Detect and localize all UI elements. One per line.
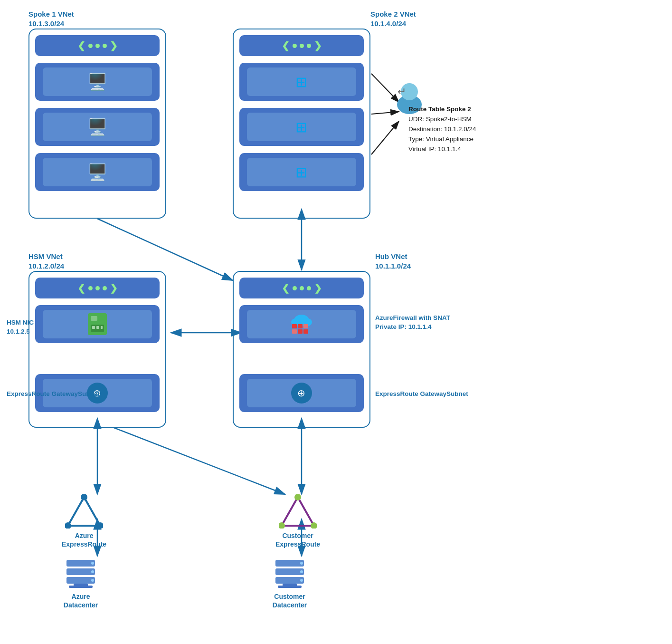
svg-point-52 [300,570,303,573]
spoke1-vm1: 🖥️ [35,63,160,101]
dot3 [103,44,107,48]
svg-rect-55 [278,586,302,588]
linux-icon-1: 🖥️ [87,72,107,91]
dot-hub-3 [307,286,311,290]
spoke2-vm3: ⊞ [239,153,364,191]
azure-er-icon [65,494,103,529]
spoke2-dots: ❮ ❯ [282,40,322,51]
svg-rect-48 [275,560,304,567]
hub-vnet-label: Hub VNet 10.1.1.0/24 [375,252,411,270]
spoke2-vm1: ⊞ [239,63,364,101]
svg-point-44 [91,570,94,573]
svg-rect-22 [101,326,103,329]
hub-header: ❮ ❯ [239,278,364,298]
svg-point-45 [91,579,94,582]
svg-marker-32 [68,497,100,526]
chevron-right-hsm: ❯ [110,282,118,294]
chevron-right-hub: ❯ [314,282,322,294]
spoke1-vm3-inner: 🖥️ [43,158,152,186]
linux-icon-3: 🖥️ [87,163,107,182]
dot-s2-1 [293,44,297,48]
windows-icon-3: ⊞ [295,164,307,181]
spoke2-header: ❮ ❯ [239,35,364,56]
windows-icon-2: ⊞ [295,119,307,135]
dot-hub-1 [293,286,297,290]
route-table-note: Route Table Spoke 2 UDR: Spoke2-to-HSM D… [408,105,476,154]
spoke1-vm2-inner: 🖥️ [43,113,152,141]
chevron-left-2: ❮ [282,40,290,51]
spoke2-vnet: ❮ ❯ ⊞ ⊞ ⊞ [233,29,370,219]
chevron-left-hub: ❮ [282,282,290,294]
svg-rect-42 [66,577,95,584]
azure-expressroute: AzureExpressRoute [62,494,106,548]
dot2 [95,44,100,48]
svg-rect-26 [292,324,297,328]
svg-rect-20 [92,326,95,329]
firewall-card [239,305,364,343]
spoke1-dots: ❮ ❯ [77,40,118,51]
svg-rect-30 [298,329,303,334]
svg-marker-36 [282,497,314,526]
hsm-nic-label: HSM NIC 10.1.2.5 [7,318,34,336]
customer-er-icon [279,494,317,529]
dot-hub-2 [300,286,304,290]
svg-rect-28 [303,324,308,328]
dot-hsm-2 [95,286,100,290]
azure-er-label: AzureExpressRoute [62,531,106,548]
hsm-device-card [35,305,160,343]
hsm-device-icon [86,312,109,336]
spoke2-label: Spoke 2 VNet 10.1.4.0/24 [370,10,416,28]
svg-line-10 [114,428,285,494]
spoke2-vm1-inner: ⊞ [247,67,357,96]
hsm-header: ❮ ❯ [35,278,160,298]
hsm-device-inner [43,310,152,338]
svg-line-13 [371,121,399,154]
hub-gateway-arrows-icon: ⊕ [297,387,305,399]
svg-point-53 [300,579,303,582]
svg-text:↵: ↵ [398,86,406,97]
svg-rect-29 [292,329,297,334]
svg-rect-21 [96,326,99,329]
svg-rect-41 [66,568,95,575]
svg-rect-31 [303,329,308,334]
firewall-inner [247,310,357,338]
firewall-icon [288,312,315,336]
architecture-diagram: ❮ ❯ 🖥️ 🖥️ 🖥️ Spoke 1 VNet [0,0,672,644]
chevron-right-2: ❯ [314,40,322,51]
firewall-label: AzureFirewall with SNAT Private IP: 10.1… [375,314,450,332]
linux-icon-2: 🖥️ [87,117,107,136]
spoke1-vnet: ❮ ❯ 🖥️ 🖥️ 🖥️ [28,29,166,219]
spoke1-vm3: 🖥️ [35,153,160,191]
dot1 [88,44,93,48]
customer-expressroute: CustomerExpressRoute [275,494,320,548]
hub-gateway-card: ⊕ [239,374,364,412]
hub-gateway-inner: ⊕ [247,379,357,407]
hsm-vnet-label: HSM VNet 10.1.2.0/24 [28,252,64,270]
svg-rect-18 [91,316,97,321]
hub-gateway-label: ExpressRoute GatewaySubnet [375,390,468,399]
svg-rect-47 [69,586,93,588]
svg-rect-40 [66,560,95,567]
spoke1-header: ❮ ❯ [35,35,160,56]
spoke1-label: Spoke 1 VNet 10.1.3.0/24 [28,10,74,28]
dot-s2-3 [307,44,311,48]
hsm-vnet: ❮ ❯ [28,271,166,428]
customer-dc-label: CustomerDatacenter [273,592,307,609]
svg-rect-27 [298,324,303,328]
chevron-left: ❮ [77,40,85,51]
hub-dots: ❮ ❯ [282,282,322,294]
dot-hsm-3 [103,286,107,290]
windows-icon-1: ⊞ [295,74,307,90]
azure-dc-icon [62,556,100,589]
spoke1-vm1-inner: 🖥️ [43,67,152,96]
hsm-dots: ❮ ❯ [77,282,118,294]
azure-datacenter: AzureDatacenter [62,556,100,609]
dot-hsm-1 [88,286,93,290]
chevron-right: ❯ [110,40,118,51]
customer-datacenter: CustomerDatacenter [271,556,309,609]
spoke2-vm3-inner: ⊞ [247,158,357,186]
svg-rect-49 [275,568,304,575]
hub-gateway-icon: ⊕ [291,383,312,404]
customer-dc-icon [271,556,309,589]
spoke2-vm2: ⊞ [239,108,364,146]
